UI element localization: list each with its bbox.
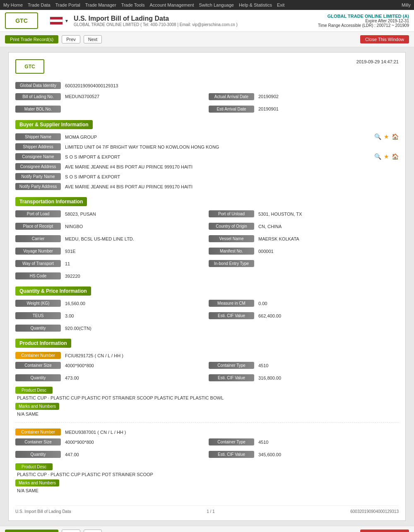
carrier-row: Carrier MEDU, BCSL US-MED LINE LTD. (15, 235, 205, 243)
product-desc-area-1: Product Desc PLASTIC CUP · PLASTIC CUP P… (15, 387, 399, 400)
next-button-bottom[interactable]: Next (84, 530, 102, 532)
next-button-top[interactable]: Next (84, 35, 102, 43)
time-range: Time Range Accessible (LDR) : 200712 ~ 2… (318, 23, 409, 28)
container-size-row-1: Container Size 4000*900*800 (15, 362, 205, 369)
home-icon-consignee[interactable]: 🏠 (392, 153, 399, 160)
logo-text: GTC (15, 17, 28, 24)
shipper-name-label: Shipper Name (15, 133, 61, 140)
vessel-name-value: MAERSK KOLKATA (257, 235, 399, 243)
hs-code-value: 392220 (63, 272, 399, 280)
expire-date: Expire After 2019-12-31 (318, 19, 409, 23)
product-quantity-label-1: Quantity (15, 374, 61, 381)
container-type-value-1: 4510 (257, 362, 399, 369)
container-size-value-2: 4000*900*800 (63, 438, 205, 446)
product-cif-label-2: Esti. CIF Value (209, 451, 254, 458)
container-size-value-1: 4000*900*800 (63, 362, 205, 369)
card-logo: GTC (15, 59, 44, 74)
prev-button-bottom[interactable]: Prev (62, 530, 80, 532)
prev-button-top[interactable]: Prev (62, 35, 80, 43)
product-desc-label-1: Product Desc (15, 387, 53, 394)
esti-arrival-value: 20190901 (257, 105, 399, 113)
flag-dropdown-icon[interactable]: ▼ (65, 19, 69, 23)
transport-section: Transportation Information Port of Load … (15, 197, 399, 280)
nav-switch-language[interactable]: Switch Language (199, 2, 234, 7)
home-icon-shipper[interactable]: 🏠 (392, 133, 399, 140)
nav-exit[interactable]: Exit (277, 2, 284, 7)
container-block-2: Container Number MEDU9387001 ( CN / L / … (15, 428, 399, 499)
nav-trade-portal[interactable]: Trade Portal (55, 2, 80, 7)
notify-party-addr-row: Notify Party Address AVE MARIE JEANNE #4… (15, 183, 399, 190)
container-size-row-2: Container Size 4000*900*800 (15, 438, 205, 446)
nav-help-statistics[interactable]: Help & Statistics (239, 2, 272, 7)
bol-no-value: MEDUN3700527 (63, 93, 205, 100)
consignee-name-value: S O S IMPORT & EXPORT (63, 153, 372, 161)
port-of-load-value: 58023, PUSAN (63, 210, 205, 218)
product-info-header: Product Information (15, 339, 71, 348)
product-desc-area-2: Product Desc PLASTIC CUP · PLASTIC CUP P… (15, 463, 399, 477)
star-icon-shipper[interactable]: ★ (384, 133, 389, 140)
nav-trade-manager[interactable]: Trade Manager (85, 2, 116, 7)
marks-label-2: Marks and Numbers (15, 479, 59, 486)
measure-cm-value: 0.00 (257, 300, 399, 307)
container-type-value-2: 4510 (257, 438, 399, 446)
print-button-bottom[interactable]: Print Trade Record(s) (5, 530, 58, 532)
inbond-entry-label: In-bond Entry Type (209, 260, 254, 267)
search-icon-consignee[interactable]: 🔍 (374, 153, 381, 160)
page-title-area: U.S. Import Bill of Lading Data GLOBAL T… (74, 15, 318, 27)
consignee-name-row: Consignee Name S O S IMPORT & EXPORT 🔍 ★… (15, 153, 399, 161)
nav-account-management[interactable]: Account Management (150, 2, 194, 7)
esti-cif-row: Esti. CIF Value 662,400.00 (209, 312, 399, 320)
product-quantity-label-2: Quantity (15, 451, 61, 458)
top-navigation: My Home Trade Data Trade Portal Trade Ma… (0, 0, 414, 10)
user-name: Milly (402, 2, 411, 7)
logo: GTC (5, 12, 38, 29)
nav-trade-data[interactable]: Trade Data (28, 2, 51, 7)
marks-text-2: N/A SAME (15, 488, 399, 493)
port-of-unload-value: 5301, HOUSTON, TX (257, 210, 399, 218)
actual-arrival-label: Actual Arrival Date (209, 93, 254, 100)
nav-trade-tools[interactable]: Trade Tools (121, 2, 145, 7)
inbond-entry-value (257, 260, 399, 262)
header-bar: GTC ▼ U.S. Import Bill of Lading Data GL… (0, 10, 414, 32)
nav-my-home[interactable]: My Home (3, 2, 23, 7)
quantity-price-section: Quantity & Price Information Weight (KG)… (15, 286, 399, 332)
print-button-top[interactable]: Print Trade Record(s) (5, 35, 58, 43)
marks-area-2: Marks and Numbers N/A SAME (15, 479, 399, 493)
port-of-unload-row: Port of Unload 5301, HOUSTON, TX (209, 210, 399, 218)
product-quantity-row-2: Quantity 447.00 (15, 451, 205, 458)
global-id-label: Global Data Identity (15, 82, 61, 89)
main-content: GTC 2019-09-29 14:47:21 Global Data Iden… (0, 47, 414, 526)
country-origin-label: Country of Origin (209, 223, 254, 230)
search-icon-shipper[interactable]: 🔍 (374, 133, 381, 140)
product-desc-text-2: PLASTIC CUP · PLASTIC CUP PLASTIC POT ST… (15, 472, 399, 477)
card-footer-right: 600320190904000129313 (350, 509, 399, 514)
page-title: U.S. Import Bill of Lading Data (74, 15, 318, 22)
container-type-row-1: Container Type 4510 (209, 362, 399, 369)
teus-row: TEUS 3.00 (15, 312, 205, 320)
container-number-row-2: Container Number MEDU9387001 ( CN / L / … (15, 428, 399, 436)
way-of-transport-value: 11 (63, 260, 205, 267)
buyer-supplier-section: Buyer & Supplier Information Shipper Nam… (15, 120, 399, 190)
actual-arrival-row: Actual Arrival Date 20190902 (209, 93, 399, 100)
way-of-transport-label: Way of Transport (15, 260, 61, 267)
close-button-top[interactable]: Close This Window (360, 35, 409, 43)
notify-party-addr-label: Notify Party Address (15, 183, 61, 190)
quantity-row: Quantity 920.00(CTN) (15, 325, 399, 332)
container-type-label-2: Container Type (209, 438, 254, 445)
close-button-bottom[interactable]: Close This Window (360, 530, 409, 532)
vessel-name-label: Vessel Name (209, 235, 254, 242)
container-number-row-1: Container Number FCIU8291725 ( CN / L / … (15, 352, 399, 359)
container-size-label-1: Container Size (15, 362, 61, 369)
voyage-number-label: Voyage Number (15, 248, 61, 255)
product-info-section: Product Information Container Number FCI… (15, 339, 399, 499)
product-cif-row-1: Esti. CIF Value 316,800.00 (209, 374, 399, 382)
star-icon-consignee[interactable]: ★ (384, 153, 389, 160)
vessel-name-row: Vessel Name MAERSK KOLKATA (209, 235, 399, 243)
account-info: GLOBAL TRADE ONLINE LIMITED (A) Expire A… (318, 14, 409, 28)
voyage-number-row: Voyage Number 931E (15, 248, 205, 255)
manifest-no-value: 000001 (257, 248, 399, 255)
consignee-addr-row: Consignee Address AVE MARIE JEANNE #4 BI… (15, 163, 399, 171)
product-desc-text-1: PLASTIC CUP · PLASTIC CUP PLASTIC POT ST… (15, 395, 399, 400)
quantity-price-header: Quantity & Price Information (15, 286, 91, 296)
carrier-value: MEDU, BCSL US-MED LINE LTD. (63, 235, 205, 243)
